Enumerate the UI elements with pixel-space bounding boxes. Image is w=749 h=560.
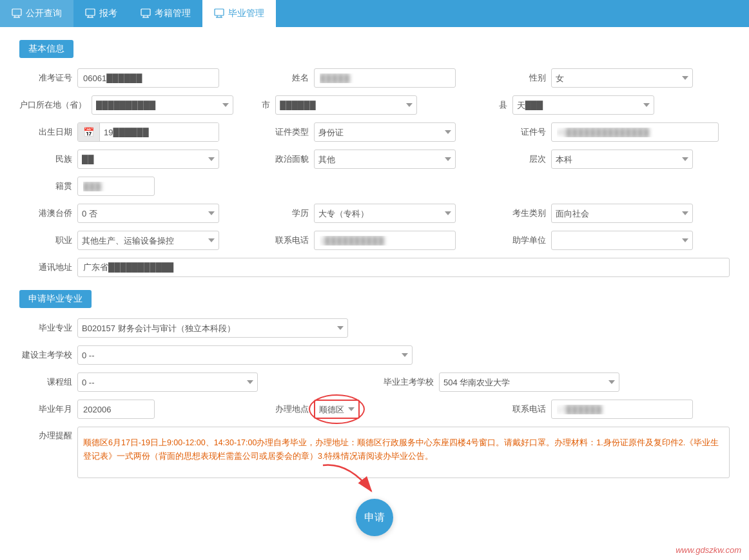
field-jiguan: 籍贯 [19,177,730,196]
arrow-annotation [310,459,387,497]
notice-label: 办理提醒 [19,427,77,441]
form-row-2: 户口所在地（省） ██████████ 市 ██████ 县 天███ [19,95,730,115]
gender-label: 性别 [493,72,551,84]
field-nationality: 民族 ██ [19,150,256,169]
calendar-icon[interactable]: 📅 [78,123,100,141]
gradeschool-select[interactable]: 504 华南农业大学 [439,372,619,392]
contact-label: 联系电话 [493,403,551,415]
buildschool-select[interactable]: 0 -- [77,345,413,365]
watermark: www.gdszkw.com [676,545,741,555]
nav-public-query-label: 公开查询 [26,8,62,19]
hukou-label: 户口所在地（省） [19,99,92,111]
field-idtype: 证件类型 身份证 [256,122,492,142]
city-select[interactable]: ██████ [275,95,417,115]
field-contact: 联系电话 [493,400,730,419]
idno-label: 证件号 [493,126,551,138]
form-row-8: 通讯地址 [19,258,730,277]
county-label: 县 [493,99,512,111]
form-row-1: 准考证号 姓名 性别 女 男 [19,68,730,88]
monitor-icon [12,8,22,19]
basic-info-section: 基本信息 准考证号 姓名 性别 女 男 户口所在地（省） [19,40,730,277]
nav-exam-management[interactable]: 考籍管理 [129,0,202,27]
svg-rect-4 [86,9,95,15]
field-birthday: 出生日期 📅 [19,122,256,142]
nav-apply[interactable]: 报考 [73,0,129,27]
main-content: 基本信息 准考证号 姓名 性别 女 男 户口所在地（省） [0,27,749,560]
idtype-label: 证件类型 [256,126,314,138]
jiguan-label: 籍贯 [19,180,77,192]
submit-area: 申请 [19,486,730,536]
field-phone: 联系电话 [256,231,492,250]
svg-rect-8 [141,9,150,15]
nationality-label: 民族 [19,153,77,165]
gradeyear-row: 毕业年月 办理地点 顺德区 联系电话 [19,400,730,419]
idno-input[interactable] [551,122,719,142]
field-city: 市 ██████ [256,95,492,115]
field-name: 姓名 [256,68,492,88]
major-select[interactable]: B020157 财务会计与审计（独立本科段） [77,318,348,338]
address-label: 通讯地址 [19,262,77,273]
submit-button[interactable]: 申请 [356,499,393,536]
politics-select[interactable]: 其他 [314,150,456,169]
phone-label: 联系电话 [256,235,314,246]
nav-exam-management-label: 考籍管理 [155,8,191,19]
field-idno: 证件号 [493,122,730,142]
field-zkzh: 准考证号 [19,68,256,88]
zkzh-input[interactable] [77,68,219,88]
field-coursegroup: 课程组 0 -- [19,372,374,392]
field-address: 通讯地址 [19,258,730,277]
nav-apply-label: 报考 [99,8,117,19]
coursegroup-select[interactable]: 0 -- [77,372,258,392]
zhiye-select[interactable]: 其他生产、运输设备操控 [77,231,219,250]
svg-rect-0 [12,9,21,15]
gender-select[interactable]: 女 男 [551,68,693,88]
field-gender: 性别 女 男 [493,68,730,88]
zkzh-label: 准考证号 [19,72,77,84]
basic-info-header: 基本信息 [19,40,73,58]
gradeschool-label: 毕业主考学校 [374,376,439,388]
nav-public-query[interactable]: 公开查询 [0,0,73,27]
date-wrapper: 📅 [77,122,219,142]
jiguan-input[interactable] [77,177,155,196]
form-row-7: 职业 其他生产、运输设备操控 联系电话 助学单位 [19,231,730,250]
address-input[interactable] [77,258,730,277]
coursegroup-row: 课程组 0 -- 毕业主考学校 504 华南农业大学 [19,372,730,392]
birthday-input[interactable] [100,123,219,141]
zhuxue-select[interactable] [551,231,693,250]
field-xueli: 学历 大专（专科） [256,204,492,223]
level-label: 层次 [493,153,551,165]
gradeyear-label: 毕业年月 [19,403,77,415]
form-row-5: 籍贯 [19,177,730,196]
handleplace-select[interactable]: 顺德区 [314,400,360,419]
contact-input[interactable] [551,400,693,419]
field-kaosheng: 考生类别 面向社会 [493,204,730,223]
form-row-3: 出生日期 📅 证件类型 身份证 证件号 [19,122,730,142]
form-row-4: 民族 ██ 政治面貌 其他 层次 本科 [19,150,730,169]
major-label: 毕业专业 [19,322,77,334]
field-politics: 政治面貌 其他 [256,150,492,169]
nav-graduation[interactable]: 毕业管理 [202,0,276,27]
phone-input[interactable] [314,231,456,250]
handleplace-label: 办理地点 [256,403,314,415]
top-navigation: 公开查询 报考 考籍管理 毕业管理 [0,0,749,27]
field-gangao: 港澳台侨 0 否 [19,204,256,223]
buildschool-label: 建设主考学校 [19,349,77,361]
nationality-select[interactable]: ██ [77,150,219,169]
kaosheng-select[interactable]: 面向社会 [551,204,693,223]
idtype-select[interactable]: 身份证 [314,122,456,142]
county-select[interactable]: 天███ [512,95,654,115]
apply-major-section: 申请毕业专业 毕业专业 B020157 财务会计与审计（独立本科段） 建设主考学… [19,290,730,536]
notice-text: 顺德区6月17日-19日上9:00-12:00、14:30-17:00办理自考毕… [83,432,724,468]
svg-rect-12 [215,9,224,15]
gradeyear-input[interactable] [77,400,155,419]
level-select[interactable]: 本科 [551,150,693,169]
name-input[interactable] [314,68,456,88]
xueli-select[interactable]: 大专（专科） [314,204,456,223]
zhiye-label: 职业 [19,235,77,246]
field-gradeschool: 毕业主考学校 504 华南农业大学 [374,372,730,392]
gangao-select[interactable]: 0 否 [77,204,219,223]
gangao-label: 港澳台侨 [19,208,77,219]
coursegroup-label: 课程组 [19,376,77,388]
nav-graduation-label: 毕业管理 [228,8,264,19]
hukou-select[interactable]: ██████████ [92,95,233,115]
